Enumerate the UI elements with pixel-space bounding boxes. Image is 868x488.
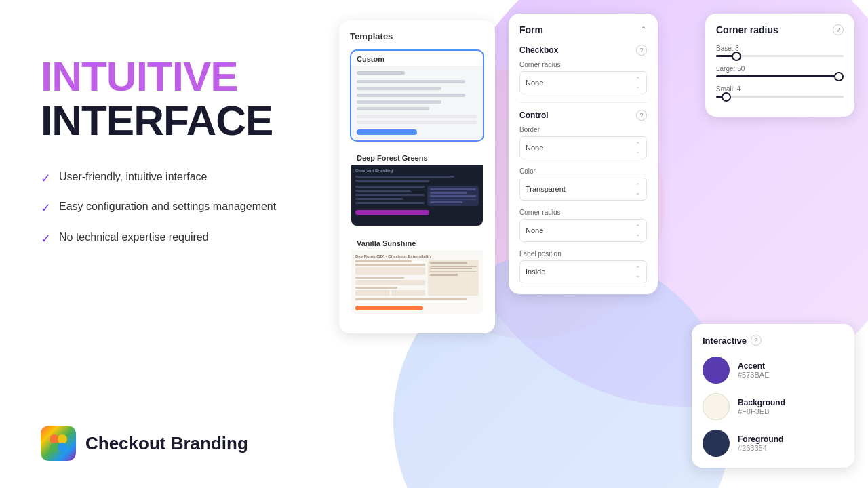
template-deep-forest[interactable]: Deep Forest Greens Checkout Branding bbox=[350, 148, 484, 227]
feature-item-1: ✓ User-friendly, intuitive interface bbox=[41, 169, 285, 187]
form-panel: Form ⌃ Checkbox ? Corner radius None ⌃⌄ … bbox=[509, 14, 658, 294]
foreground-color-row: Foreground #263354 bbox=[703, 430, 844, 457]
corner-radius-header: Corner radius ? bbox=[716, 24, 844, 35]
small-slider-thumb[interactable] bbox=[722, 92, 731, 102]
hero-line1: INTUITIVE bbox=[41, 54, 285, 98]
select-arrows-5: ⌃⌄ bbox=[635, 265, 641, 279]
feature-text-2: Easy configuration and settings manageme… bbox=[59, 199, 276, 214]
small-slider-label: Small: 4 bbox=[716, 85, 844, 93]
features-list: ✓ User-friendly, intuitive interface ✓ E… bbox=[41, 169, 285, 247]
template-custom-preview bbox=[351, 66, 483, 140]
border-label: Border bbox=[519, 126, 647, 134]
select-arrows-3: ⌃⌄ bbox=[635, 182, 641, 196]
color-label: Color bbox=[519, 167, 647, 175]
brand-footer: Checkout Branding bbox=[41, 426, 285, 461]
right-panel: Templates Custom bbox=[326, 0, 868, 488]
checkbox-corner-radius-value: None bbox=[526, 79, 543, 87]
svg-point-0 bbox=[50, 434, 59, 444]
checkbox-help-icon[interactable]: ? bbox=[636, 45, 647, 56]
template-vanilla-preview: Dev Room (5D) - Checkout Extensibility bbox=[351, 250, 483, 314]
interactive-title: Interactive bbox=[703, 336, 747, 346]
checkbox-corner-radius-select[interactable]: None ⌃⌄ bbox=[519, 71, 647, 94]
left-panel: INTUITIVE INTERFACE ✓ User-friendly, int… bbox=[0, 0, 326, 488]
interactive-panel: Interactive ? Accent #573BAE Background … bbox=[692, 324, 854, 468]
form-panel-title: Form bbox=[519, 24, 543, 35]
brand-logo bbox=[41, 426, 76, 461]
hero-line2: INTERFACE bbox=[41, 98, 285, 142]
label-position-value: Inside bbox=[526, 268, 545, 276]
divider-1 bbox=[519, 102, 647, 103]
select-arrows-2: ⌃⌄ bbox=[635, 141, 641, 155]
control-corner-radius-value: None bbox=[526, 226, 543, 235]
templates-panel: Templates Custom bbox=[339, 20, 495, 333]
check-icon-3: ✓ bbox=[41, 230, 51, 247]
color-select[interactable]: Transparent ⌃⌄ bbox=[519, 178, 647, 201]
check-icon-2: ✓ bbox=[41, 200, 51, 217]
foreground-name: Foreground bbox=[738, 434, 783, 444]
feature-item-2: ✓ Easy configuration and settings manage… bbox=[41, 199, 285, 217]
feature-text-1: User-friendly, intuitive interface bbox=[59, 169, 207, 184]
svg-point-1 bbox=[58, 434, 67, 444]
foreground-info: Foreground #263354 bbox=[738, 434, 783, 452]
small-slider-track[interactable] bbox=[716, 96, 844, 98]
foreground-hex: #263354 bbox=[738, 444, 783, 452]
color-value: Transparent bbox=[526, 185, 566, 193]
large-slider-row: Large: 50 bbox=[716, 65, 844, 77]
base-slider-row: Base: 8 bbox=[716, 45, 844, 57]
select-arrows-4: ⌃⌄ bbox=[635, 224, 641, 237]
select-arrows-1: ⌃⌄ bbox=[635, 76, 641, 89]
large-slider-track[interactable] bbox=[716, 75, 844, 77]
large-slider-fill bbox=[716, 75, 844, 77]
feature-item-3: ✓ No technical expertise required bbox=[41, 230, 285, 247]
corner-radius-panel: Corner radius ? Base: 8 Large: 50 bbox=[705, 14, 854, 117]
svg-point-2 bbox=[50, 443, 59, 452]
background-hex: #F8F3EB bbox=[738, 407, 785, 415]
brand-name: Checkout Branding bbox=[85, 433, 248, 454]
feature-text-3: No technical expertise required bbox=[59, 230, 209, 245]
background-color-row: Background #F8F3EB bbox=[703, 393, 844, 420]
background-info: Background #F8F3EB bbox=[738, 398, 785, 415]
template-vanilla-label: Vanilla Sunshine bbox=[351, 235, 483, 250]
background-swatch[interactable] bbox=[703, 393, 730, 420]
checkbox-title: Checkbox bbox=[519, 45, 558, 55]
form-panel-header: Form ⌃ bbox=[519, 24, 647, 35]
small-slider-row: Small: 4 bbox=[716, 85, 844, 98]
border-value: None bbox=[526, 144, 543, 152]
corner-radius-title: Corner radius bbox=[716, 24, 778, 35]
corner-radius-help-icon[interactable]: ? bbox=[833, 24, 844, 35]
control-corner-radius-select[interactable]: None ⌃⌄ bbox=[519, 219, 647, 242]
interactive-panel-header: Interactive ? bbox=[703, 335, 844, 346]
svg-point-3 bbox=[58, 443, 67, 452]
accent-info: Accent #573BAE bbox=[738, 361, 769, 379]
hero-title: INTUITIVE INTERFACE bbox=[41, 54, 285, 142]
template-deep-forest-label: Deep Forest Greens bbox=[351, 150, 483, 165]
background-name: Background bbox=[738, 398, 785, 407]
accent-color-row: Accent #573BAE bbox=[703, 357, 844, 384]
control-corner-radius-label: Corner radius bbox=[519, 209, 647, 216]
base-slider-track[interactable] bbox=[716, 55, 844, 57]
interactive-help-icon[interactable]: ? bbox=[751, 335, 762, 346]
accent-name: Accent bbox=[738, 361, 769, 371]
base-slider-thumb[interactable] bbox=[732, 52, 741, 61]
control-section-header: Control ? bbox=[519, 110, 647, 121]
label-position-select[interactable]: Inside ⌃⌄ bbox=[519, 260, 647, 283]
template-custom-label: Custom bbox=[351, 51, 483, 66]
templates-panel-title: Templates bbox=[350, 31, 484, 41]
main-layout: INTUITIVE INTERFACE ✓ User-friendly, int… bbox=[0, 0, 868, 488]
checkbox-corner-radius-label: Corner radius bbox=[519, 61, 647, 68]
check-icon-1: ✓ bbox=[41, 170, 51, 187]
checkbox-section-header: Checkbox ? bbox=[519, 45, 647, 56]
control-title: Control bbox=[519, 110, 549, 120]
border-select[interactable]: None ⌃⌄ bbox=[519, 136, 647, 159]
label-position-label: Label position bbox=[519, 250, 647, 258]
large-slider-label: Large: 50 bbox=[716, 65, 844, 73]
template-vanilla[interactable]: Vanilla Sunshine Dev Room (5D) - Checkou… bbox=[350, 234, 484, 316]
control-help-icon[interactable]: ? bbox=[636, 110, 647, 121]
large-slider-thumb[interactable] bbox=[834, 72, 844, 81]
chevron-up-icon[interactable]: ⌃ bbox=[640, 25, 647, 35]
accent-swatch[interactable] bbox=[703, 357, 730, 384]
template-custom[interactable]: Custom bbox=[350, 49, 484, 142]
template-deep-forest-preview: Checkout Branding bbox=[351, 165, 483, 226]
accent-hex: #573BAE bbox=[738, 371, 769, 379]
foreground-swatch[interactable] bbox=[703, 430, 730, 457]
